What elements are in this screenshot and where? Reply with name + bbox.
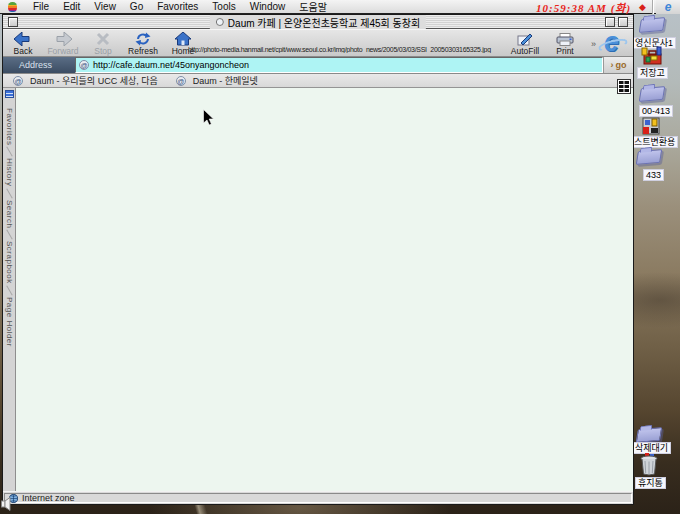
tab-search[interactable]: Search — [5, 200, 14, 228]
desktop-icon-folder-3[interactable] — [637, 150, 661, 164]
speaker-icon[interactable] — [1, 497, 12, 511]
back-button[interactable]: Back — [3, 30, 43, 56]
tab-page-holder[interactable]: Page Holder — [5, 297, 14, 347]
favorites-link-hanmail[interactable]: @ Daum - 한메일넷 — [176, 74, 258, 87]
forward-label: Forward — [47, 46, 78, 56]
tab-favorites[interactable]: Favorites — [5, 108, 14, 145]
tab-divider — [6, 188, 12, 198]
print-icon — [556, 33, 574, 46]
favorites-link-label: Daum - 한메일넷 — [193, 74, 258, 87]
refresh-icon — [135, 32, 151, 46]
back-label: Back — [14, 46, 33, 56]
status-panel: Internet zone — [4, 493, 632, 503]
title-bar[interactable]: Daum 카페 | 온양온천초등학교 제45회 동창회 — [3, 15, 633, 29]
menu-help[interactable]: 도움말 — [292, 0, 334, 14]
favicon-icon: @ — [176, 76, 186, 86]
stop-button[interactable]: Stop — [83, 30, 123, 56]
home-icon — [175, 32, 191, 46]
go-arrow: › — [611, 60, 614, 70]
back-icon — [14, 32, 32, 46]
favorites-link-daum-ucc[interactable]: @ Daum - 우리들의 UCC 세상, 다음 — [13, 74, 158, 87]
grid-widget-icon[interactable] — [617, 79, 631, 94]
tab-divider — [6, 147, 12, 157]
refresh-label: Refresh — [128, 46, 158, 56]
favorites-link-label: Daum - 우리들의 UCC 세상, 다음 — [30, 74, 158, 87]
apple-menu-icon[interactable] — [8, 2, 17, 12]
folder-icon — [636, 149, 663, 165]
menu-edit[interactable]: Edit — [56, 1, 87, 12]
tab-divider — [6, 285, 12, 295]
menu-tools[interactable]: Tools — [205, 1, 242, 12]
toolbar-url-text: http://photo-media.hanmail.net/cpit/www.… — [188, 46, 510, 53]
ie-menu-icon: e — [665, 1, 672, 13]
collapse-box[interactable] — [618, 17, 628, 27]
address-favicon: @ — [79, 60, 89, 70]
page-icon — [216, 18, 224, 26]
autofill-icon — [517, 33, 533, 46]
desktop-icon-trash[interactable] — [639, 452, 659, 480]
menubar-divider — [652, 0, 654, 14]
address-bar: Address @ http://cafe.daum.net/45onyango… — [3, 57, 633, 74]
menu-bar: File Edit View Go Favorites Tools Window… — [0, 0, 680, 14]
folder-icon — [639, 17, 666, 33]
print-label: Print — [556, 46, 573, 56]
desktop-icon-label: 433 — [643, 169, 664, 181]
forward-button[interactable]: Forward — [43, 30, 83, 56]
explorer-tab-strip: Favorites History Search Scrapbook Page … — [3, 88, 16, 491]
desktop-icon-label: 휴지통 — [635, 477, 666, 489]
browser-window: Daum 카페 | 온양온천초등학교 제45회 동창회 Back Forward — [2, 14, 634, 505]
desktop-icon-folder-1[interactable] — [640, 18, 664, 32]
refresh-button[interactable]: Refresh — [123, 30, 163, 56]
favorites-bar: @ Daum - 우리들의 UCC 세상, 다음 @ Daum - 한메일넷 — [3, 74, 633, 88]
folder-icon — [639, 86, 666, 102]
address-input[interactable]: @ http://cafe.daum.net/45onyangoncheon — [75, 57, 603, 73]
explorer-bar-icon[interactable] — [5, 90, 14, 98]
screen: 영신문사1 저장고 00-413 스트변환용 433 삭제대기 — [0, 0, 680, 514]
menu-favorites[interactable]: Favorites — [150, 1, 205, 12]
print-button[interactable]: Print — [545, 30, 585, 56]
go-label: go — [616, 60, 627, 70]
tab-scrapbook[interactable]: Scrapbook — [5, 241, 14, 284]
page-content — [16, 88, 633, 491]
folder-icon — [636, 427, 663, 443]
menu-file[interactable]: File — [26, 1, 56, 12]
app-icon — [642, 117, 660, 135]
favicon-icon: @ — [13, 76, 23, 86]
main-area: Favorites History Search Scrapbook Page … — [3, 88, 633, 491]
alert-diamond-icon: ◆ — [639, 2, 646, 12]
autofill-label: AutoFill — [511, 46, 539, 56]
title-wrap: Daum 카페 | 온양온천초등학교 제45회 동창회 — [210, 15, 426, 29]
close-box[interactable] — [8, 17, 18, 27]
zoom-box[interactable] — [605, 17, 615, 27]
toolbox-icon — [641, 46, 664, 66]
menu-view[interactable]: View — [87, 1, 123, 12]
ie-logo: e — [599, 31, 629, 57]
application-menu[interactable]: e — [656, 0, 680, 14]
status-bar: Internet zone — [3, 491, 633, 504]
toolbar-overflow-chevron[interactable]: » — [591, 39, 594, 49]
desktop-icon-label: 00-413 — [639, 105, 673, 117]
mouse-cursor — [203, 109, 214, 126]
tab-divider — [6, 230, 12, 240]
menu-go[interactable]: Go — [123, 1, 150, 12]
desktop-icon-folder-4[interactable] — [637, 428, 661, 442]
tab-history[interactable]: History — [5, 158, 14, 186]
desktop-icon-folder-2[interactable] — [640, 87, 664, 101]
desktop-icon-label: 저장고 — [637, 67, 668, 79]
address-label: Address — [3, 57, 75, 73]
window-title: Daum 카페 | 온양온천초등학교 제45회 동창회 — [228, 15, 420, 30]
forward-icon — [54, 32, 72, 46]
address-value: http://cafe.daum.net/45onyangoncheon — [93, 60, 249, 70]
stop-icon — [96, 32, 110, 46]
go-button[interactable]: › go — [603, 57, 633, 73]
desktop-icon-label: 스트변환용 — [631, 136, 678, 148]
status-text: Internet zone — [22, 493, 75, 503]
toolbar: Back Forward Stop Refresh — [3, 29, 633, 57]
autofill-button[interactable]: AutoFill — [505, 30, 545, 56]
menu-window[interactable]: Window — [243, 1, 293, 12]
trash-icon — [639, 452, 659, 476]
menubar-clock[interactable]: 10:59:38 AM (화) — [536, 0, 631, 15]
stop-label: Stop — [94, 46, 112, 56]
